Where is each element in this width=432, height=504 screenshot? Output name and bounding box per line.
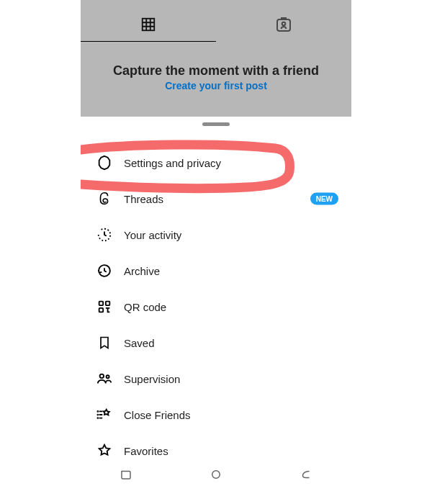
menu-item-label: Close Friends [124,409,191,421]
sheet-drag-handle[interactable] [202,122,230,126]
close-friends-icon [95,407,114,423]
profile-tabbar [81,0,351,42]
profile-backdrop: Capture the moment with a friend Create … [81,0,351,117]
svg-marker-3 [99,156,110,169]
menu-item-settings[interactable]: Settings and privacy [81,145,351,181]
tab-tagged[interactable] [216,7,351,42]
favorites-icon [95,443,114,459]
menu-item-saved[interactable]: Saved [81,325,351,361]
archive-icon [95,263,114,279]
create-first-post-link[interactable]: Create your first post [165,80,267,91]
activity-icon [95,227,114,243]
menu-list: Settings and privacy Threads NEW Your ac… [81,145,351,469]
menu-item-label: Threads [124,193,163,205]
tagged-user-icon [275,16,292,33]
menu-item-label: Settings and privacy [124,157,221,169]
tab-grid[interactable] [81,7,216,42]
svg-rect-5 [106,302,110,306]
settings-icon [95,155,114,171]
menu-item-archive[interactable]: Archive [81,253,351,289]
menu-item-label: QR code [124,301,166,313]
menu-item-supervision[interactable]: Supervision [81,361,351,397]
svg-point-11 [97,418,98,418]
system-back-button[interactable] [300,468,312,481]
svg-point-12 [212,471,220,479]
svg-rect-4 [99,302,104,306]
menu-item-label: Your activity [124,229,181,241]
saved-icon [95,335,114,351]
threads-icon [95,191,114,207]
menu-item-label: Favorites [124,445,168,457]
svg-point-2 [282,22,286,26]
new-badge: NEW [310,193,338,205]
grid-icon [140,17,156,32]
menu-item-close-friends[interactable]: Close Friends [81,397,351,433]
svg-point-9 [97,411,98,412]
menu-item-threads[interactable]: Threads NEW [81,181,351,217]
svg-rect-6 [99,308,104,312]
menu-item-qrcode[interactable]: QR code [81,289,351,325]
qrcode-icon [95,299,114,315]
menu-item-label: Saved [124,337,155,349]
svg-point-7 [100,374,104,379]
menu-item-label: Archive [124,265,160,277]
system-navigation-bar [81,459,351,490]
svg-point-10 [97,415,98,415]
supervision-icon [95,371,114,387]
bottom-sheet: Settings and privacy Threads NEW Your ac… [81,117,351,490]
menu-item-activity[interactable]: Your activity [81,217,351,253]
empty-state-heading: Capture the moment with a friend [81,63,351,78]
system-recent-button[interactable] [120,468,132,481]
menu-item-label: Supervision [124,373,180,385]
svg-rect-0 [143,19,155,31]
svg-point-8 [107,375,109,378]
system-home-button[interactable] [210,468,222,481]
